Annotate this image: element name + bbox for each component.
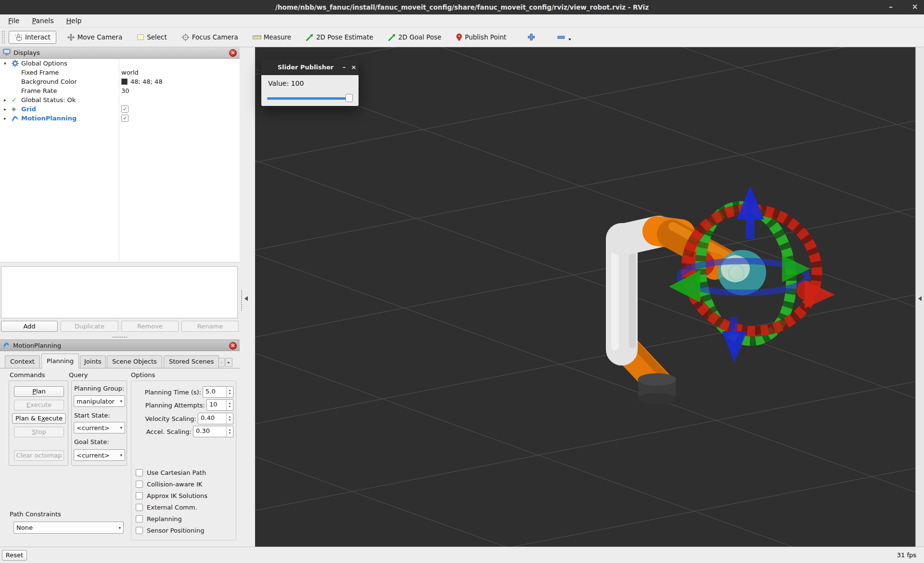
slider-window-close-button[interactable]: × [349, 64, 359, 71]
tree-row-grid[interactable]: ▸ ◈ Grid ✓ [0, 105, 240, 114]
close-motion-planning-panel-button[interactable]: × [229, 342, 237, 350]
menu-panels[interactable]: Panels [26, 14, 60, 27]
velocity-scaling-input[interactable]: 0.40 ▴▾ [198, 413, 233, 424]
clear-octomap-button[interactable]: Clear octomap [14, 450, 64, 461]
reset-button[interactable]: Reset [2, 550, 27, 561]
chevron-collapsed-icon[interactable]: ▸ [4, 105, 10, 114]
motion-planning-enabled-checkbox[interactable]: ✓ [121, 115, 128, 122]
tab-scene-objects[interactable]: Scene Objects [107, 355, 162, 368]
plan-button[interactable]: Plan [14, 386, 64, 397]
tool-interact[interactable]: Interact [9, 31, 56, 44]
remove-display-button[interactable]: Remove [121, 321, 179, 332]
tree-row-global-options[interactable]: ▾ Global Options [0, 59, 240, 68]
tab-stored-scenes[interactable]: Stored Scenes [164, 355, 219, 368]
tool-select[interactable]: Select [133, 31, 171, 43]
3d-viewport[interactable] [255, 47, 915, 547]
chevron-collapsed-icon[interactable]: ▸ [4, 95, 10, 105]
tool-2d-goal-pose[interactable]: 2D Goal Pose [384, 31, 446, 44]
chevron-collapsed-icon[interactable]: ▸ [4, 114, 10, 123]
tool-bar: Interact Move Camera Select Focus Camera… [0, 27, 924, 47]
external-comm-checkbox[interactable] [136, 504, 143, 511]
tab-context[interactable]: Context [5, 355, 40, 368]
start-state-select[interactable]: <current> ▾ [74, 422, 125, 433]
window-close-button[interactable]: × [910, 0, 920, 14]
duplicate-display-button[interactable]: Duplicate [61, 321, 118, 332]
add-display-button[interactable]: Add [1, 321, 58, 332]
3d-scene-canvas[interactable] [255, 47, 915, 547]
use-cartesian-path-checkbox[interactable] [136, 469, 143, 476]
fixed-frame-value[interactable]: world [121, 68, 139, 77]
motion-planning-panel-header[interactable]: MotionPlanning × [0, 340, 240, 351]
value-slider[interactable] [267, 94, 353, 103]
replanning-checkbox[interactable] [136, 515, 143, 523]
slider-window-minimize-button[interactable]: – [339, 64, 349, 71]
path-constraints-label: Path Constraints [10, 511, 61, 518]
tab-baseline [0, 368, 240, 368]
use-cartesian-path-option[interactable]: Use Cartesian Path [136, 469, 206, 477]
sensor-positioning-checkbox[interactable] [136, 527, 143, 534]
tab-joints[interactable]: Joints [80, 355, 106, 368]
goal-state-select[interactable]: <current> ▾ [74, 449, 125, 461]
background-color-value[interactable]: 48; 48; 48 [130, 77, 163, 86]
plan-and-execute-button[interactable]: Plan & Execute [12, 413, 66, 424]
collapse-right-panel-icon[interactable] [918, 296, 922, 301]
planning-time-input[interactable]: 5.0 ▴▾ [203, 386, 233, 398]
hand-pointer-icon [14, 33, 23, 41]
ruler-icon [253, 34, 261, 40]
path-constraints-select[interactable]: None ▾ [13, 522, 124, 534]
spinner-buttons[interactable]: ▴▾ [226, 400, 233, 410]
planning-group-select[interactable]: manipulator ▾ [74, 395, 125, 407]
approx-ik-solutions-option[interactable]: Approx IK Solutions [136, 492, 207, 500]
green-pose-arrow-icon [388, 33, 396, 41]
tree-row-global-status[interactable]: ▸ ✓ Global Status: Ok [0, 95, 240, 105]
collision-aware-ik-checkbox[interactable] [136, 481, 143, 488]
right-panel-strip[interactable] [915, 47, 924, 547]
panel-splitter-handle[interactable] [113, 337, 127, 338]
close-displays-panel-button[interactable]: × [229, 49, 237, 57]
approx-ik-solutions-checkbox[interactable] [136, 492, 143, 499]
frame-rate-value[interactable]: 30 [121, 86, 129, 95]
tool-focus-camera[interactable]: Focus Camera [178, 31, 242, 44]
tool-2d-pose-estimate[interactable]: 2D Pose Estimate [302, 31, 377, 44]
stop-button[interactable]: Stop [14, 427, 64, 437]
splitter-grip[interactable] [241, 290, 242, 311]
spinner-buttons[interactable]: ▴▾ [226, 426, 233, 437]
slider-handle[interactable] [346, 94, 353, 102]
tree-row-motion-planning[interactable]: ▸ MotionPlanning ✓ [0, 114, 240, 123]
slider-window-titlebar[interactable]: Slider Publisher – × [261, 59, 359, 75]
marker-z-up-shaft [746, 217, 755, 239]
tool-publish-point[interactable]: Publish Point [452, 31, 510, 44]
tree-row-fixed-frame[interactable]: Fixed Frame world [0, 68, 240, 77]
replanning-option[interactable]: Replanning [136, 515, 182, 523]
spinner-buttons[interactable]: ▴▾ [226, 387, 233, 397]
tree-row-background-color[interactable]: Background Color 48; 48; 48 [0, 77, 240, 86]
menu-help[interactable]: Help [60, 14, 88, 27]
grid-enabled-checkbox[interactable]: ✓ [121, 105, 128, 113]
tool-measure[interactable]: Measure [249, 31, 295, 43]
menu-file[interactable]: File [2, 14, 26, 27]
interactive-marker[interactable] [669, 186, 835, 363]
panel-viewport-splitter[interactable] [240, 47, 255, 547]
remove-tool-button[interactable] [553, 31, 575, 43]
chevron-expanded-icon[interactable]: ▾ [4, 59, 10, 68]
planning-attempts-input[interactable]: 10 ▴▾ [206, 399, 233, 411]
options-section-label: Options [131, 371, 155, 379]
tab-scroll-right-button[interactable]: ▸ [225, 358, 232, 367]
add-tool-button[interactable] [524, 31, 539, 43]
spinner-buttons[interactable]: ▴▾ [226, 413, 233, 424]
displays-panel-header[interactable]: Displays × [0, 47, 240, 59]
external-comm-option[interactable]: External Comm. [136, 503, 197, 511]
tool-move-camera[interactable]: Move Camera [63, 31, 126, 44]
color-swatch[interactable] [121, 79, 128, 85]
window-minimize-button[interactable]: – [886, 0, 896, 14]
tree-row-frame-rate[interactable]: Frame Rate 30 [0, 86, 240, 95]
rename-display-button[interactable]: Rename [181, 321, 239, 332]
accel-scaling-input[interactable]: 0.30 ▴▾ [193, 426, 233, 437]
collision-aware-ik-option[interactable]: Collision-aware IK [136, 480, 202, 488]
sensor-positioning-option[interactable]: Sensor Positioning [136, 526, 204, 535]
execute-button[interactable]: Execute [14, 400, 64, 410]
collapse-left-icon[interactable] [244, 296, 248, 301]
toolbar-grip[interactable] [2, 31, 5, 43]
motion-planning-icon [3, 341, 10, 350]
tab-planning[interactable]: Planning [41, 354, 79, 368]
